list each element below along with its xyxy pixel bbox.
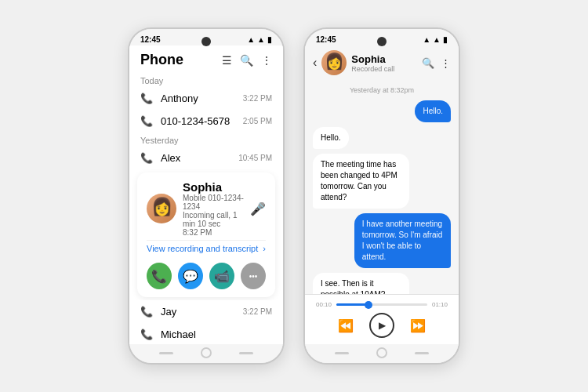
video-btn-icon: 📹 — [214, 269, 230, 284]
time-end: 01:10 — [432, 301, 448, 308]
battery-icon-r: ▮ — [443, 35, 448, 44]
back-button[interactable]: ‹ — [313, 56, 317, 70]
gesture-pip-right — [239, 352, 253, 354]
right-time: 12:45 — [316, 35, 336, 44]
call-name-michael: Michael — [161, 328, 272, 340]
chat-timestamp: Yesterday at 8:32pm — [313, 86, 451, 94]
bubble-meeting-change: The meeting time has been changed to 4PM… — [313, 154, 409, 209]
chat-contact-status: Recorded call — [351, 65, 417, 73]
call-item-jay[interactable]: 📞 Jay 3:22 PM — [129, 300, 283, 323]
call-item-number[interactable]: 📞 010-1234-5678 2:05 PM — [129, 110, 283, 132]
arrow-right-icon: › — [263, 244, 266, 253]
phone-app-title: Phone — [140, 52, 183, 68]
call-time-anthony: 3:22 PM — [243, 94, 272, 103]
time-start: 00:10 — [316, 301, 332, 308]
bubble-10am-question: I see. Then is it possible at 10AM? — [313, 273, 409, 294]
progress-fill — [336, 303, 368, 306]
phone-app-header: Phone ☰ 🔍 ⋮ — [129, 45, 283, 73]
rewind-button[interactable]: ⏪ — [338, 318, 354, 333]
more-button[interactable]: ••• — [241, 263, 266, 289]
audio-player: 00:10 01:10 ⏪ ▶ ⏩ — [305, 294, 459, 344]
message-button[interactable]: 💬 — [178, 263, 203, 289]
right-status-icons: ▲ ▲ ▮ — [423, 35, 448, 44]
chat-more-icon[interactable]: ⋮ — [441, 57, 451, 69]
chat-sophia-avatar — [321, 50, 347, 75]
call-icon-michael: 📞 — [140, 328, 153, 340]
call-icon-anthony: 📞 — [140, 93, 153, 104]
messages-area: Yesterday at 8:32pm Hello. Hello. The me… — [305, 80, 459, 294]
gesture-pip-left — [159, 352, 173, 354]
chat-contact-info: Sophia Recorded call — [351, 53, 417, 73]
signal-icon: ▲ — [247, 35, 255, 44]
left-status-bar: 12:45 ▲ ▲ ▮ — [129, 29, 283, 45]
more-icon[interactable]: ⋮ — [261, 54, 272, 67]
r-gesture-pip-left — [335, 352, 349, 354]
call-time-alex: 10:45 PM — [238, 154, 272, 162]
sophia-avatar — [147, 194, 176, 223]
progress-bar-container: 00:10 01:10 — [316, 301, 448, 308]
call-item-michael[interactable]: 📞 Michael — [129, 323, 283, 344]
call-icon-alex: 📞 — [140, 152, 153, 164]
wifi-icon-r: ▲ — [433, 35, 441, 44]
sophia-time: 8:32 PM — [183, 228, 244, 237]
phone-app-screen: Phone ☰ 🔍 ⋮ Today 📞 Anthony 3:22 PM 📞 01… — [129, 45, 283, 344]
r-gesture-home[interactable] — [376, 347, 387, 358]
view-recording-link[interactable]: View recording and transcript › — [147, 240, 266, 256]
chat-screen: ‹ Sophia Recorded call 🔍 ⋮ Yesterday at … — [305, 45, 459, 363]
filter-icon[interactable]: ☰ — [222, 54, 232, 67]
call-icon-number: 📞 — [140, 115, 153, 127]
mic-icon: 🎤 — [250, 201, 266, 216]
phone-header-icons: ☰ 🔍 ⋮ — [222, 54, 272, 67]
player-controls: ⏪ ▶ ⏩ — [316, 313, 448, 338]
sophia-mobile: Mobile 010-1234-1234 — [183, 194, 244, 211]
bubble-hello-left: Hello. — [313, 127, 349, 149]
view-recording-text: View recording and transcript — [147, 244, 258, 253]
call-name-number: 010-1234-5678 — [161, 115, 235, 127]
sophia-expanded-card[interactable]: Sophia Mobile 010-1234-1234 Incoming cal… — [137, 172, 275, 297]
bubble-hello-right: Hello. — [415, 100, 451, 122]
bubble-another-meeting: I have another meeting tomorrow. So I'm … — [354, 213, 451, 268]
left-time: 12:45 — [140, 35, 161, 44]
today-label: Today — [129, 73, 283, 87]
chat-contact-name: Sophia — [351, 53, 417, 65]
call-item-alex[interactable]: 📞 Alex 10:45 PM — [129, 147, 283, 169]
more-btn-icon: ••• — [249, 272, 258, 281]
progress-thumb[interactable] — [365, 301, 372, 309]
chat-header: ‹ Sophia Recorded call 🔍 ⋮ — [305, 45, 459, 80]
chat-header-icons: 🔍 ⋮ — [422, 57, 451, 69]
fast-forward-button[interactable]: ⏩ — [410, 318, 426, 333]
call-time-jay: 3:22 PM — [243, 307, 272, 316]
call-name-alex: Alex — [161, 152, 230, 164]
sophia-name: Sophia — [183, 180, 244, 194]
chat-search-icon[interactable]: 🔍 — [422, 57, 434, 69]
search-icon[interactable]: 🔍 — [240, 54, 253, 67]
right-status-bar: 12:45 ▲ ▲ ▮ — [305, 29, 459, 45]
call-item-anthony[interactable]: 📞 Anthony 3:22 PM — [129, 87, 283, 110]
sophia-info: Sophia Mobile 010-1234-1234 Incoming cal… — [183, 180, 244, 237]
call-button[interactable]: 📞 — [147, 263, 172, 289]
progress-track[interactable] — [336, 303, 427, 306]
play-button[interactable]: ▶ — [369, 313, 394, 338]
wifi-icon: ▲ — [257, 35, 265, 44]
play-icon: ▶ — [379, 320, 386, 331]
sophia-call-info: Incoming call, 1 min 10 sec — [183, 211, 244, 228]
sophia-card-header: Sophia Mobile 010-1234-1234 Incoming cal… — [147, 180, 266, 237]
left-phone: 12:45 ▲ ▲ ▮ Phone ☰ 🔍 ⋮ Today 📞 Anthony … — [128, 27, 285, 365]
call-name-jay: Jay — [161, 306, 235, 318]
call-btn-icon: 📞 — [151, 269, 167, 284]
left-status-icons: ▲ ▲ ▮ — [247, 35, 272, 44]
gesture-bar — [129, 344, 283, 363]
signal-icon-r: ▲ — [423, 35, 430, 44]
r-gesture-pip-right — [415, 352, 429, 354]
battery-icon: ▮ — [267, 35, 272, 44]
right-phone: 12:45 ▲ ▲ ▮ ‹ Sophia Recorded call 🔍 ⋮ Y… — [303, 27, 460, 365]
msg-btn-icon: 💬 — [183, 269, 198, 284]
call-name-anthony: Anthony — [161, 93, 235, 104]
yesterday-label: Yesterday — [129, 132, 283, 147]
video-button[interactable]: 📹 — [209, 263, 234, 289]
sophia-action-buttons: 📞 💬 📹 ••• — [147, 263, 266, 289]
right-gesture-bar — [305, 344, 459, 363]
gesture-home[interactable] — [201, 347, 212, 358]
call-time-number: 2:05 PM — [243, 117, 272, 125]
call-icon-jay: 📞 — [140, 306, 153, 318]
